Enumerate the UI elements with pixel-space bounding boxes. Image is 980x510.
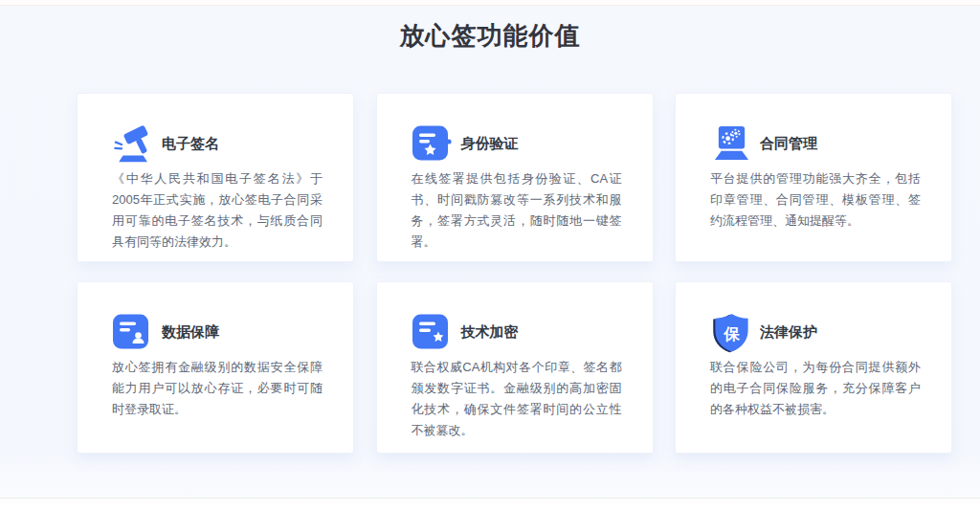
- card-electronic-signature: 电子签名 《中华人民共和国电子签名法》于2005年正式实施，放心签电子合同采用可…: [77, 93, 354, 262]
- card-head: 身份验证: [412, 122, 622, 165]
- document-star-icon: [412, 311, 456, 353]
- card-head: 数据保障: [112, 311, 323, 353]
- card-title: 身份验证: [461, 135, 519, 153]
- shield-bao-icon: 保: [710, 311, 754, 353]
- card-head: 技术加密: [412, 311, 622, 353]
- card-identity-verification: 身份验证 在线签署提供包括身份验证、CA证书、时间戳防篡改等一系列技术和服务，签…: [376, 93, 654, 262]
- card-head: 电子签名: [112, 122, 323, 165]
- gavel-icon: [112, 122, 156, 165]
- card-title: 合同管理: [760, 135, 817, 153]
- section-title: 放心签功能价值: [0, 6, 980, 53]
- card-description: 联合权威CA机构对各个印章、签名都颁发数字证书。金融级别的高加密固化技术，确保文…: [412, 357, 622, 441]
- document-user-icon: [112, 311, 156, 353]
- card-title: 技术加密: [461, 323, 519, 342]
- shield-badge-text: 保: [723, 324, 740, 343]
- card-technical-encryption: 技术加密 联合权威CA机构对各个印章、签名都颁发数字证书。金融级别的高加密固化技…: [376, 281, 654, 454]
- feature-value-section: 放心签功能价值: [0, 6, 980, 503]
- card-head: 合同管理: [710, 122, 921, 165]
- card-description: 在线签署提供包括身份验证、CA证书、时间戳防篡改等一系列技术和服务，签署方式灵活…: [412, 168, 622, 253]
- card-description: 放心签拥有金融级别的数据安全保障能力用户可以放心存证，必要时可随时登录取证。: [112, 357, 323, 420]
- card-description: 《中华人民共和国电子签名法》于2005年正式实施，放心签电子合同采用可靠的电子签…: [112, 168, 323, 253]
- card-legal-protection: 保 法律保护 联合保险公司，为每份合同提供额外的电子合同保险服务，充分保障客户的…: [675, 281, 952, 454]
- certificate-badge-icon: [412, 122, 456, 165]
- card-description: 联合保险公司，为每份合同提供额外的电子合同保险服务，充分保障客户的各种权益不被损…: [710, 357, 921, 420]
- card-title: 电子签名: [162, 135, 219, 153]
- card-data-protection: 数据保障 放心签拥有金融级别的数据安全保障能力用户可以放心存证，必要时可随时登录…: [77, 281, 354, 454]
- feature-cards-grid: 电子签名 《中华人民共和国电子签名法》于2005年正式实施，放心签电子合同采用可…: [77, 93, 952, 454]
- card-contract-management: 合同管理 平台提供的管理功能强大齐全，包括印章管理、合同管理、模板管理、签约流程…: [675, 93, 952, 262]
- card-description: 平台提供的管理功能强大齐全，包括印章管理、合同管理、模板管理、签约流程管理、通知…: [710, 168, 921, 232]
- laptop-gears-icon: [710, 122, 754, 165]
- card-head: 保 法律保护: [710, 311, 921, 353]
- card-title: 数据保障: [162, 323, 219, 342]
- page-bottom-strip: [0, 498, 980, 503]
- card-title: 法律保护: [760, 323, 817, 342]
